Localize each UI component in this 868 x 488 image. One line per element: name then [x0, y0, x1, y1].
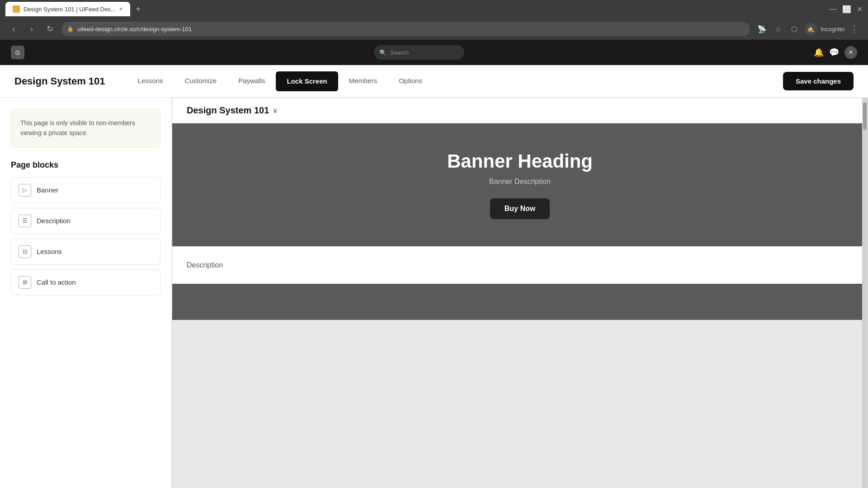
close-window-icon[interactable]: ✕: [857, 5, 863, 14]
site-search-area: 🔍 Search: [32, 45, 807, 60]
search-bar[interactable]: 🔍 Search: [374, 45, 464, 60]
incognito-badge: 🕵: [804, 23, 817, 35]
content-area: This page is only visible to non-members…: [0, 98, 868, 488]
banner-section: Banner Heading Banner Description Buy No…: [172, 123, 868, 246]
preview-header: Design System 101 ∨: [172, 98, 868, 123]
app-main: Design System 101 Lessons Customize Payw…: [0, 65, 868, 488]
bell-icon[interactable]: 🔔: [814, 47, 824, 57]
nav-item-lockscreen[interactable]: Lock Screen: [276, 71, 338, 91]
preview-scrollbar[interactable]: [862, 98, 868, 488]
cta-block-icon: ⊞: [19, 276, 31, 289]
address-bar[interactable]: 🔒 uifeed-design.circle.so/c/design-syste…: [61, 22, 750, 36]
description-block-icon: ☰: [19, 215, 31, 227]
reload-button[interactable]: ↻: [43, 23, 56, 35]
description-text: Description: [187, 261, 853, 269]
nav-item-members[interactable]: Members: [338, 65, 388, 98]
info-text: This page is only visible to non-members…: [20, 119, 135, 136]
forward-button[interactable]: ›: [25, 23, 38, 35]
preview-inner: Design System 101 ∨ Banner Heading Banne…: [172, 98, 868, 320]
search-placeholder: Search: [390, 49, 409, 56]
preview-wrapper: Design System 101 ∨ Banner Heading Banne…: [172, 98, 868, 488]
block-item-banner[interactable]: ▷ Banner: [11, 177, 160, 203]
block-item-cta[interactable]: ⊞ Call to action: [11, 269, 160, 296]
lessons-block-icon: ⊟: [19, 245, 31, 258]
toolbar-icons: 📡 ☆ ⬡ 🕵 Incognito ⋮: [755, 23, 861, 35]
lock-icon: 🔒: [67, 26, 74, 32]
block-item-description[interactable]: ☰ Description: [11, 208, 160, 234]
back-button[interactable]: ‹: [7, 23, 20, 35]
cta-section: [172, 284, 868, 320]
block-item-lessons[interactable]: ⊟ Lessons: [11, 239, 160, 265]
nav-item-paywalls[interactable]: Paywalls: [227, 65, 276, 98]
tab-title: Design System 101 | UIFeed Des...: [24, 6, 116, 13]
site-topbar: ⊙ 🔍 Search 🔔 💬 ×: [0, 40, 868, 65]
info-box: This page is only visible to non-members…: [11, 108, 160, 148]
preview-dropdown-icon[interactable]: ∨: [273, 106, 278, 115]
left-sidebar: This page is only visible to non-members…: [0, 98, 172, 488]
banner-block-icon: ▷: [19, 184, 31, 197]
chat-icon[interactable]: 💬: [829, 47, 839, 57]
topbar-actions: 🔔 💬 ×: [814, 46, 857, 59]
app-header: Design System 101 Lessons Customize Payw…: [0, 65, 868, 98]
banner-block-label: Banner: [37, 186, 58, 194]
site-logo: ⊙: [11, 46, 24, 59]
preview-area: Design System 101 ∨ Banner Heading Banne…: [172, 98, 868, 488]
new-tab-button[interactable]: +: [136, 4, 141, 14]
page-blocks-title: Page blocks: [11, 160, 160, 170]
nav-item-customize[interactable]: Customize: [174, 65, 227, 98]
browser-toolbar: ‹ › ↻ 🔒 uifeed-design.circle.so/c/design…: [0, 18, 868, 40]
more-options-button[interactable]: ⋮: [848, 23, 861, 35]
scrollbar-thumb[interactable]: [863, 103, 867, 130]
tab-favicon: [13, 5, 20, 13]
incognito-icon: 🕵: [807, 26, 814, 33]
nav-item-options[interactable]: Options: [388, 65, 433, 98]
description-section: Description: [172, 246, 868, 284]
address-url: uifeed-design.circle.so/c/design-system-…: [77, 26, 745, 33]
banner-description: Banner Description: [190, 178, 849, 186]
description-block-label: Description: [37, 217, 71, 225]
minimize-icon[interactable]: —: [830, 5, 837, 13]
incognito-label: Incognito: [821, 26, 844, 33]
bookmark-icon[interactable]: ☆: [772, 23, 784, 35]
banner-heading: Banner Heading: [190, 150, 849, 172]
cta-block-label: Call to action: [37, 278, 76, 286]
nav-item-lessons[interactable]: Lessons: [127, 65, 174, 98]
browser-tab[interactable]: Design System 101 | UIFeed Des... ×: [5, 2, 130, 16]
cast-icon[interactable]: 📡: [755, 23, 768, 35]
browser-titlebar: Design System 101 | UIFeed Des... × + — …: [0, 0, 868, 18]
tab-close-icon[interactable]: ×: [119, 5, 123, 13]
page-title: Design System 101: [14, 75, 105, 87]
preview-space-title: Design System 101: [187, 105, 269, 116]
profile-icon[interactable]: ⬡: [788, 23, 801, 35]
buy-now-button[interactable]: Buy Now: [490, 198, 550, 219]
site-wrapper: ⊙ 🔍 Search 🔔 💬 × Design System 101 Lesso…: [0, 40, 868, 488]
window-controls: — ⬜ ✕: [830, 5, 863, 14]
save-changes-button[interactable]: Save changes: [783, 72, 854, 90]
lessons-block-label: Lessons: [37, 248, 62, 255]
search-icon: 🔍: [379, 49, 387, 56]
app-nav: Lessons Customize Paywalls Lock Screen M…: [127, 65, 783, 98]
close-overlay-button[interactable]: ×: [844, 46, 857, 59]
maximize-icon[interactable]: ⬜: [842, 5, 851, 14]
preview-content: Design System 101 ∨ Banner Heading Banne…: [172, 98, 868, 320]
